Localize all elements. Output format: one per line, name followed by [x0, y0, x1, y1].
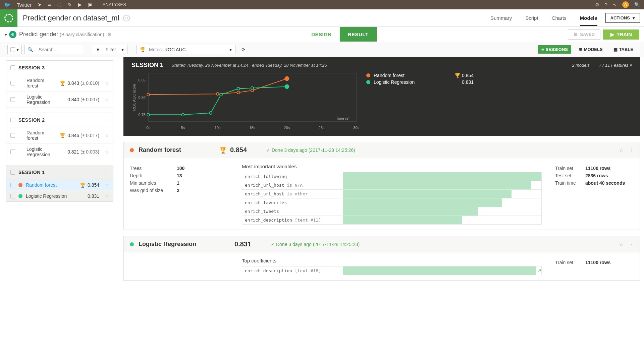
metric-label: Metric:	[149, 47, 163, 52]
variable-bar	[343, 207, 541, 216]
legend-score: 0.831	[462, 79, 474, 85]
refresh-icon[interactable]: ⟳	[241, 47, 246, 52]
variable-name: enrich_following	[242, 174, 343, 179]
variable-row[interactable]: enrich_favorites	[242, 198, 542, 207]
kebab-icon[interactable]: ⋮	[629, 147, 634, 153]
variable-row[interactable]: enrich_tweets	[242, 207, 542, 216]
view-sessions[interactable]: ≡SESSIONS	[538, 45, 571, 54]
session-header[interactable]: SESSION 1 ⋮	[6, 165, 113, 180]
search-icon[interactable]: 🔍	[634, 2, 640, 7]
checkbox[interactable]	[10, 97, 15, 102]
lab-icon[interactable]: ◌	[57, 2, 61, 8]
task-gear-icon[interactable]: ⚙	[107, 32, 112, 37]
metric-selector[interactable]: 🏆 Metric: ROC AUC ▾	[136, 45, 235, 54]
legend-item[interactable]: Logistic Regression 0.831	[366, 79, 474, 85]
variable-row[interactable]: enrich_description [text #11]	[242, 216, 542, 225]
view-table[interactable]: ▦TABLE	[610, 45, 637, 54]
model-row[interactable]: Logistic Regression 0.831 ☆	[6, 191, 113, 201]
star-icon[interactable]: ☆	[105, 149, 109, 155]
model-row[interactable]: Logistic Regression 0.840 (± 0.007) ☆	[6, 92, 113, 108]
session-header[interactable]: SESSION 2 ⋮	[6, 113, 113, 127]
kebab-icon[interactable]: ⋮	[103, 116, 109, 124]
avatar[interactable]: A	[622, 1, 629, 8]
kebab-icon[interactable]: ⋮	[629, 242, 634, 247]
filter-button[interactable]: ▼ Filter ▾	[92, 45, 127, 54]
model-card-head[interactable]: Random forest 🏆 0.854 ✓ Done 3 days ago …	[124, 142, 640, 158]
train-button[interactable]: ▶ TRAIN	[603, 29, 639, 40]
gear-icon[interactable]: ⚙	[595, 2, 599, 7]
edit-icon[interactable]: ✎	[67, 2, 72, 8]
model-name: Random forest	[26, 130, 56, 141]
star-icon[interactable]: ☆	[619, 242, 624, 247]
star-icon[interactable]: ☆	[105, 80, 109, 86]
search-input[interactable]	[36, 45, 83, 54]
task-name[interactable]: Predict gender	[19, 31, 58, 38]
model-card-score: 0.831	[234, 240, 251, 248]
model-row[interactable]: Random forest 🏆0.854 ☆	[6, 180, 113, 191]
chevron-down-icon[interactable]: ▾	[5, 32, 7, 37]
kebab-icon[interactable]: ⋮	[103, 64, 109, 71]
model-card-name: Random forest	[139, 146, 181, 154]
star-icon[interactable]: ☆	[105, 193, 109, 199]
legend-name: Logistic Regression	[374, 79, 415, 85]
svg-point-13	[147, 93, 150, 96]
checkbox[interactable]	[10, 183, 15, 187]
chart-legend: Random forest 🏆 0.854 Logistic Regressio…	[360, 71, 474, 128]
variable-bar	[343, 172, 541, 181]
view-models[interactable]: ⊞MODELS	[575, 45, 606, 54]
play-icon[interactable]: ▶	[78, 2, 82, 8]
info-icon[interactable]: ⊘	[123, 15, 130, 21]
project-name[interactable]: Twitter	[17, 2, 32, 8]
model-card-head[interactable]: Logistic Regression 0.831 ✓ Done 3 days …	[124, 236, 640, 252]
roc-chart-svg: 0.750.800.850s5s10s15s20s25s30sROC AUC s…	[131, 71, 360, 132]
model-score: 0.843 (± 0.010)	[67, 80, 99, 86]
tab-models[interactable]: Models	[580, 10, 597, 26]
checkbox[interactable]	[10, 170, 15, 175]
model-row[interactable]: Random forest 🏆0.846 (± 0.017) ☆	[6, 127, 113, 144]
checkbox[interactable]	[10, 81, 15, 85]
param-key: Min samples	[130, 180, 177, 186]
checkbox[interactable]	[10, 65, 15, 70]
select-all-dropdown[interactable]: ▾	[7, 45, 22, 54]
dashboard-icon[interactable]: ▣	[88, 2, 93, 8]
tab-charts[interactable]: Charts	[552, 10, 567, 26]
session-header[interactable]: SESSION 3 ⋮	[6, 61, 113, 75]
variable-row[interactable]: enrich_url_host is N/A	[242, 181, 542, 190]
variable-row[interactable]: enrich_following	[242, 172, 542, 181]
legend-name: Random forest	[374, 73, 405, 78]
star-icon[interactable]: ☆	[105, 182, 109, 188]
actions-button[interactable]: ACTIONS ▾	[605, 13, 640, 23]
variable-row[interactable]: enrich_description [text #18] ↗	[242, 266, 542, 275]
tab-script[interactable]: Script	[525, 10, 538, 26]
model-row[interactable]: Logistic Regression 0.821 (± 0.003) ☆	[6, 144, 113, 160]
tab-result[interactable]: RESULT	[340, 27, 377, 42]
analysis-icon[interactable]	[0, 9, 17, 27]
task-row: ▾ ⊕ Predict gender (Binary classificatio…	[0, 27, 644, 42]
checkbox[interactable]	[10, 133, 15, 138]
chart-features[interactable]: 7 / 11 Features ▾	[599, 63, 632, 68]
meta-value: about 40 seconds	[585, 180, 625, 186]
star-icon[interactable]: ☆	[105, 133, 109, 138]
activity-icon[interactable]: ∿	[613, 2, 617, 7]
datasets-icon[interactable]: ≡	[48, 2, 51, 8]
help-icon[interactable]: ?	[605, 2, 607, 7]
star-icon[interactable]: ☆	[619, 147, 624, 153]
legend-item[interactable]: Random forest 🏆 0.854	[366, 73, 474, 78]
model-row[interactable]: Random forest 🏆0.843 (± 0.010) ☆	[6, 75, 113, 92]
checkbox[interactable]	[10, 149, 15, 154]
checkbox[interactable]	[10, 118, 15, 122]
kebab-icon[interactable]: ⋮	[103, 169, 109, 176]
tab-design[interactable]: DESIGN	[303, 27, 340, 42]
trophy-icon: 🏆	[60, 80, 65, 86]
tab-summary[interactable]: Summary	[490, 10, 512, 26]
flow-icon[interactable]: ➤	[38, 2, 42, 8]
model-name: Logistic Regression	[26, 94, 64, 105]
main: SESSION 3 ⋮ Random forest 🏆0.843 (± 0.01…	[0, 57, 644, 287]
checkbox[interactable]	[10, 194, 15, 198]
design-result-tabs: DESIGN RESULT	[303, 27, 376, 42]
variable-row[interactable]: enrich_url_host is other	[242, 189, 542, 198]
svg-point-22	[237, 87, 240, 90]
svg-point-18	[147, 113, 150, 116]
star-icon[interactable]: ☆	[105, 97, 109, 102]
legend-score: 🏆 0.854	[455, 73, 474, 78]
